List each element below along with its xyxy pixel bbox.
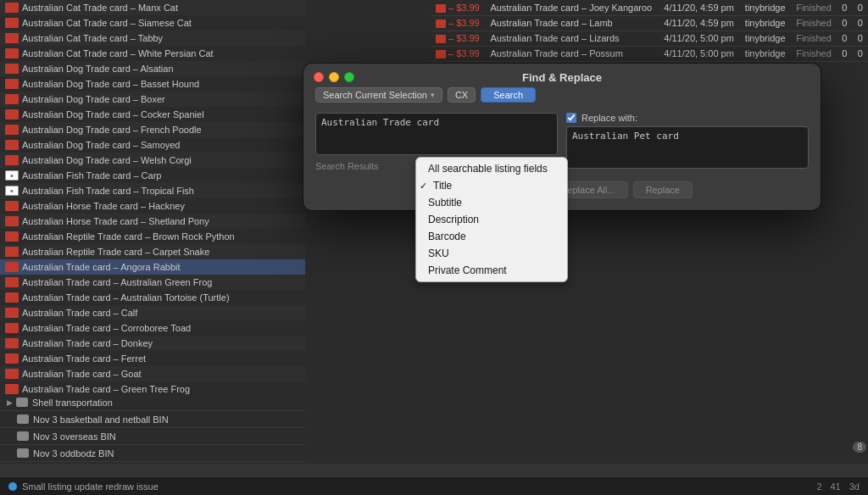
sidebar-item-label: Australian Trade card – Ferret: [22, 353, 146, 364]
dropdown-item[interactable]: All searchable listing fields: [416, 160, 567, 177]
folder-label: Nov 3 overseas BIN: [33, 431, 116, 442]
sidebar-item[interactable]: eAustralian Fish Trade card – Tropical F…: [0, 183, 305, 198]
item-icon: [5, 94, 19, 104]
replace-field[interactable]: Australian Pet card: [566, 126, 809, 169]
folder-item[interactable]: Nov 3 overseas BIN: [0, 428, 305, 445]
sidebar-item[interactable]: Australian Dog Trade card – Samoyed: [0, 137, 305, 153]
dropdown-item[interactable]: Private Comment: [416, 262, 567, 279]
sidebar-item[interactable]: Australian Dog Trade card – Basset Hound: [0, 76, 305, 92]
sidebar-item-label: Australian Cat Trade card – Tabby: [22, 33, 163, 43]
folder-item[interactable]: Nov 3 oddbodz BIN: [0, 445, 305, 462]
dialog-titlebar: Find & Replace: [303, 64, 821, 87]
sidebar-item-label: Australian Dog Trade card – Samoyed: [22, 140, 181, 150]
folder-item[interactable]: ▶Shell transportation: [0, 394, 305, 411]
sidebar-item[interactable]: Australian Trade card – Angora Rabbit: [0, 259, 305, 275]
replace-checkbox[interactable]: [566, 113, 576, 123]
table-row[interactable]: – $3.99Australian Trade card – Lamb4/11/…: [431, 15, 868, 31]
sidebar-item-label: Australian Trade card – Australian Green…: [22, 277, 212, 287]
sidebar-item[interactable]: eAustralian Fish Trade card – Carp: [0, 168, 305, 183]
sidebar-item[interactable]: Australian Horse Trade card – Shetland P…: [0, 214, 305, 229]
table-cell: tinybridge: [740, 46, 791, 61]
sidebar: Australian Cat Trade card – Manx CatAust…: [0, 0, 305, 462]
folder-icon: [17, 431, 29, 441]
item-icon: [5, 125, 19, 135]
dropdown-item[interactable]: Title: [416, 177, 567, 194]
sidebar-item[interactable]: Australian Reptile Trade card – Brown Ro…: [0, 229, 305, 244]
sidebar-item[interactable]: Australian Dog Trade card – Cocker Spani…: [0, 107, 305, 122]
sidebar-item[interactable]: Australian Cat Trade card – Manx Cat: [0, 0, 305, 15]
sidebar-item[interactable]: Australian Horse Trade card – Hackney: [0, 198, 305, 214]
table-cell: 4/11/20, 4:59 pm: [659, 15, 740, 31]
scope-button[interactable]: Search Current Selection ▾: [315, 87, 442, 103]
table-row[interactable]: – $3.99Australian Trade card – Joey Kang…: [431, 0, 868, 15]
dropdown-item[interactable]: Barcode: [416, 228, 567, 245]
sidebar-item-label: Australian Cat Trade card – White Persia…: [22, 48, 214, 58]
table-cell: 4/11/20, 4:59 pm: [659, 0, 740, 15]
item-icon: [5, 262, 19, 272]
item-icon: [5, 79, 19, 89]
table-cell: 0: [837, 46, 852, 61]
table-cell: – $3.99: [431, 15, 485, 31]
item-icon: [5, 3, 19, 13]
sidebar-item[interactable]: Australian Trade card – Donkey: [0, 336, 305, 351]
clear-button[interactable]: CX: [448, 87, 476, 103]
item-icon: [5, 308, 19, 318]
minimize-button[interactable]: [329, 72, 339, 82]
search-field[interactable]: Australian Trade card: [315, 113, 558, 155]
table-cell: – $3.99: [431, 46, 485, 61]
item-icon: [5, 64, 19, 74]
sidebar-item-label: Australian Fish Trade card – Carp: [22, 170, 161, 181]
table-cell: tinybridge: [740, 0, 791, 15]
table-cell: Finished: [791, 31, 837, 46]
sidebar-item-label: Australian Dog Trade card – Alsatian: [22, 64, 174, 74]
replace-button[interactable]: Replace: [633, 181, 693, 198]
sidebar-item[interactable]: Australian Trade card – Corroboree Toad: [0, 320, 305, 336]
item-icon: [5, 323, 19, 333]
sidebar-item[interactable]: Australian Trade card – Australian Green…: [0, 275, 305, 290]
sidebar-item[interactable]: Australian Trade card – Calf: [0, 305, 305, 320]
folder-icon: [17, 448, 29, 458]
sidebar-item[interactable]: Australian Cat Trade card – White Persia…: [0, 46, 305, 61]
sidebar-item-label: Australian Trade card – Corroboree Toad: [22, 323, 191, 333]
scope-label: Search Current Selection: [323, 90, 427, 100]
sidebar-item[interactable]: Australian Dog Trade card – Welsh Corgi: [0, 153, 305, 168]
dropdown-item[interactable]: SKU: [416, 245, 567, 262]
close-button[interactable]: [314, 72, 324, 82]
sidebar-item[interactable]: Australian Reptile Trade card – Carpet S…: [0, 244, 305, 259]
folder-label: Nov 3 basketball and netball BIN: [33, 414, 169, 425]
traffic-lights: [314, 72, 354, 82]
folder-icon: [16, 398, 28, 407]
sidebar-item-label: Australian Dog Trade card – Cocker Spani…: [22, 109, 204, 120]
folder-item[interactable]: Nov 3 basketball and netball BIN: [0, 411, 305, 428]
table-cell: 0: [837, 0, 852, 15]
scroll-area[interactable]: [0, 464, 868, 476]
table-cell: 0: [853, 31, 868, 46]
sidebar-item[interactable]: Australian Cat Trade card – Siamese Cat: [0, 15, 305, 31]
replace-label-text: Replace with:: [581, 113, 637, 123]
item-icon: [5, 384, 19, 394]
sidebar-item[interactable]: Australian Trade card – Australian Torto…: [0, 290, 305, 305]
sidebar-item-label: Australian Reptile Trade card – Carpet S…: [22, 247, 209, 257]
table-cell: 4/11/20, 5:00 pm: [659, 31, 740, 46]
sidebar-item[interactable]: Australian Dog Trade card – French Poodl…: [0, 122, 305, 137]
folder-label: Shell transportation: [32, 398, 113, 408]
dropdown-item[interactable]: Description: [416, 211, 567, 228]
item-icon: e: [5, 186, 19, 196]
sidebar-item[interactable]: Australian Dog Trade card – Alsatian: [0, 61, 305, 76]
sidebar-item[interactable]: Australian Trade card – Goat: [0, 366, 305, 381]
item-icon: [5, 292, 19, 303]
table-row[interactable]: – $3.99Australian Trade card – Lizards4/…: [431, 31, 868, 46]
table-cell: – $3.99: [431, 31, 485, 46]
scope-chevron: ▾: [431, 91, 435, 99]
sidebar-item-label: Australian Trade card – Calf: [22, 308, 137, 318]
maximize-button[interactable]: [344, 72, 354, 82]
search-button[interactable]: Search: [481, 87, 536, 103]
item-icon: [5, 33, 19, 43]
sidebar-item[interactable]: Australian Cat Trade card – Tabby: [0, 31, 305, 46]
dropdown-item[interactable]: Subtitle: [416, 194, 567, 211]
sidebar-item-label: Australian Horse Trade card – Shetland P…: [22, 216, 209, 226]
sidebar-item[interactable]: Australian Trade card – Ferret: [0, 351, 305, 366]
table-row[interactable]: – $3.99Australian Trade card – Possum4/1…: [431, 46, 868, 61]
sidebar-item[interactable]: Australian Dog Trade card – Boxer: [0, 92, 305, 107]
sidebar-item-label: Australian Horse Trade card – Hackney: [22, 201, 185, 211]
